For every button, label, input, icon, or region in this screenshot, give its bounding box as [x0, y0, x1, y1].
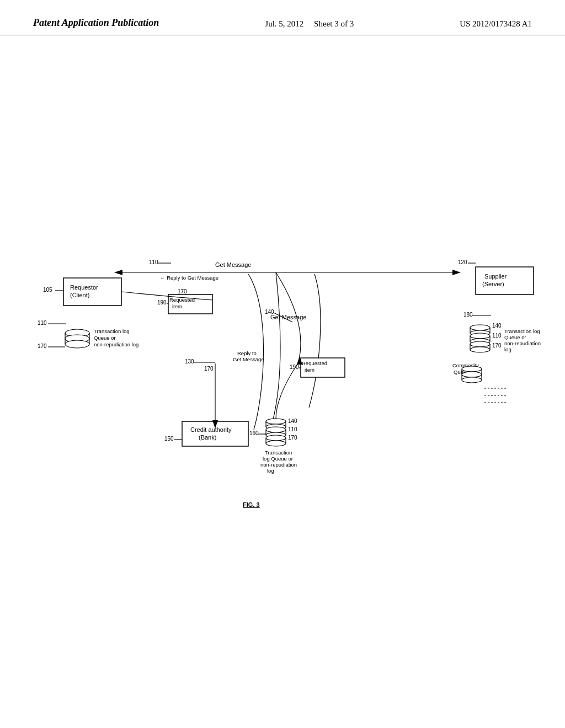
ref-190-left: 190	[157, 299, 167, 306]
commodity-disk-3	[462, 377, 482, 383]
ref-110-left: 110	[38, 320, 47, 326]
ref-170-right: 170	[492, 342, 502, 349]
header-date-sheet: Jul. 5, 2012 Sheet 3 of 3	[265, 17, 354, 29]
supplier-label1: Supplier	[484, 273, 507, 280]
ref-160: 160	[249, 430, 259, 436]
get-message-mid-label: Get Message	[270, 314, 306, 320]
tx-log-right-3: non-repudiation	[504, 340, 541, 346]
requested-item-r-label1: Requested	[302, 360, 327, 366]
requestor-label1: Requestor	[70, 284, 98, 291]
supplier-label2: (Server)	[482, 281, 504, 287]
get-message-label: Get Message	[215, 261, 251, 268]
ref-110-top: 110	[149, 259, 158, 265]
ref-140-bank: 140	[288, 418, 297, 424]
disk-right-140-top	[470, 325, 490, 330]
requestor-label2: (Client)	[70, 292, 89, 298]
bank-disk-170-t	[266, 435, 286, 441]
diagram-area: text { font-family: Arial, sans-serif; f…	[0, 46, 565, 653]
curve-main	[270, 272, 280, 430]
bank-tx-label2: log Queue or	[263, 456, 293, 462]
disk-right-170-bot	[470, 347, 490, 352]
bank-tx-label4: log	[267, 468, 274, 474]
bank-tx-label1: Transaction	[265, 449, 292, 456]
fig-caption: FIG. 3	[243, 501, 260, 508]
credit-label1: Credit authority	[190, 426, 232, 433]
requested-item-r-label2: item	[305, 367, 315, 373]
ref-110-bank: 110	[288, 426, 297, 432]
ref-170-curve: 170	[204, 366, 214, 372]
reply-arrow-left	[114, 270, 122, 275]
path-bank-up	[276, 363, 298, 419]
ref-110-right: 110	[492, 333, 502, 339]
reply-get-label: ← Reply to Get Message	[160, 275, 218, 281]
bank-tx-label3: non-repudiation	[260, 462, 297, 468]
patent-diagram-svg: text { font-family: Arial, sans-serif; f…	[0, 46, 565, 653]
page-header: Patent Application Publication Jul. 5, 2…	[0, 0, 565, 35]
bank-disk-140-t	[266, 419, 286, 424]
commodity-disk-2	[462, 372, 482, 377]
credit-label2: (Bank)	[199, 434, 216, 441]
ref-120: 120	[458, 259, 467, 265]
ref-170-bank: 170	[288, 435, 297, 441]
tx-log-right-1: Transaction log	[504, 328, 540, 334]
ref-140-mid: 140	[265, 309, 274, 315]
publication-date: Jul. 5, 2012	[265, 19, 303, 28]
sheet-info: Sheet 3 of 3	[314, 19, 354, 28]
tx-log-left-1: Transaction log	[94, 328, 130, 334]
requested-item-label2: item	[172, 303, 182, 309]
disk-right-110-top	[470, 333, 490, 339]
reply-msg-label1: Reply to	[237, 350, 257, 356]
reply-msg-label2: Get Message	[233, 356, 264, 362]
ref-105: 105	[43, 287, 52, 293]
ref-130: 130	[185, 358, 194, 365]
disk-right-170-top	[470, 341, 490, 347]
bank-disk-110-t	[266, 427, 286, 432]
tx-log-left-2: Queue or	[94, 335, 116, 341]
ref-150: 150	[164, 436, 174, 442]
publication-title: Patent Application Publication	[33, 17, 159, 29]
ref-170-mid: 170	[178, 288, 187, 295]
tx-log-right-2: Queue or	[504, 334, 526, 340]
big-curve-right	[309, 274, 321, 408]
disk-left-3	[65, 340, 89, 348]
ref-170-left: 170	[38, 343, 47, 349]
ref-140-right-1: 140	[492, 323, 502, 329]
get-message-arrow	[452, 270, 461, 275]
ref-180: 180	[463, 312, 473, 318]
tx-log-right-4: log	[504, 346, 511, 352]
patent-number: US 2012/0173428 A1	[460, 17, 532, 29]
bank-disk-170-b	[266, 441, 286, 446]
commodity-disk-1	[462, 366, 482, 372]
tx-log-left-3: non-repudiation log	[94, 341, 138, 347]
